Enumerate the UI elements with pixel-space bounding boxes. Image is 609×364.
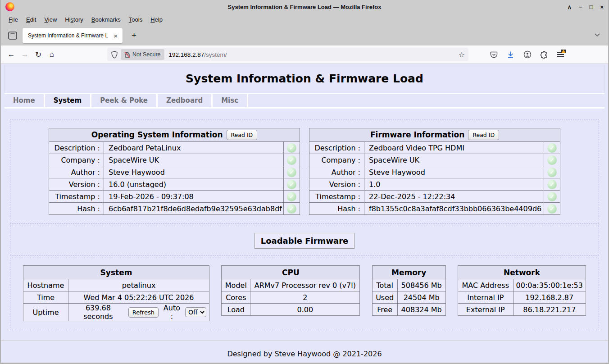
downloads-icon[interactable] <box>507 51 514 59</box>
refresh-button[interactable]: Refresh <box>128 307 159 318</box>
table-row: Used24504 Mb <box>372 291 445 304</box>
network-table-title: Network <box>458 266 586 279</box>
back-icon[interactable]: ← <box>5 50 18 59</box>
rollup-button[interactable]: ∧ <box>567 4 572 10</box>
check-icon <box>287 180 296 189</box>
minimize-button[interactable]: − <box>579 4 582 10</box>
browser-tab[interactable]: System Information & Firmware L × <box>23 28 123 43</box>
table-row: Author :Steve Haywood <box>309 166 560 178</box>
nav-tab-misc[interactable]: Misc <box>213 94 248 107</box>
network-table: Network MAC Address00:0a:35:00:1e:53 Int… <box>458 265 586 316</box>
table-row: External IP86.18.221.217 <box>458 304 586 316</box>
os-info-title: Operating System Information <box>91 130 223 139</box>
list-all-tabs-icon[interactable] <box>594 31 601 38</box>
check-icon <box>547 180 557 189</box>
menu-tools[interactable]: Tools <box>125 14 146 25</box>
account-icon[interactable] <box>523 50 532 59</box>
table-row: Free408324 Mb <box>372 304 445 316</box>
firmware-info-table: Firmware InformationRead ID Description … <box>309 128 560 215</box>
browser-window: System Information & Firmware Load — Moz… <box>0 0 609 364</box>
maximize-button[interactable]: □ <box>590 4 593 10</box>
menu-edit[interactable]: Edit <box>22 14 40 25</box>
menu-bookmarks[interactable]: Bookmarks <box>87 14 125 25</box>
home-icon[interactable]: ⌂ <box>45 50 59 59</box>
system-table-title: System <box>23 266 209 279</box>
app-menu-icon[interactable] <box>557 52 564 57</box>
nav-tab-zedboard[interactable]: Zedboard <box>158 94 213 107</box>
check-icon <box>287 143 296 153</box>
url-path: /system/ <box>204 51 227 58</box>
table-row: Version :16.0 (unstaged) <box>49 178 300 191</box>
nav-toolbar: ← → ↻ ⌂ Not Secure 192.168.2.87/system/ … <box>1 46 608 64</box>
table-row: Description :Zedboard Video TPG HDMI <box>309 142 560 154</box>
nav-tab-peek-poke[interactable]: Peek & Poke <box>91 94 158 107</box>
not-secure-badge[interactable]: Not Secure <box>121 49 164 60</box>
table-row: Timestamp :22-Dec-2025 - 12:22:34 <box>309 191 560 203</box>
page-title: System Information & Firmware Load <box>5 72 604 85</box>
url-bar[interactable]: Not Secure 192.168.2.87/system/ ☆ <box>107 48 468 61</box>
footer-divider <box>1 340 608 341</box>
check-icon <box>547 204 557 214</box>
check-icon <box>287 155 296 165</box>
forward-icon[interactable]: → <box>18 50 32 59</box>
loadable-firmware-button[interactable]: Loadable Firmware <box>255 233 355 249</box>
new-tab-button[interactable]: + <box>129 31 139 41</box>
site-nav: Home System Peek & Poke Zedboard Misc <box>5 93 604 109</box>
check-icon <box>547 143 557 153</box>
alert-badge <box>561 50 566 53</box>
table-row: Author :Steve Haywood <box>49 166 300 178</box>
page-content: System Information & Firmware Load Home … <box>1 64 608 363</box>
nav-tab-home[interactable]: Home <box>5 94 45 107</box>
url-text: 192.168.2.87/system/ <box>169 51 227 58</box>
table-row: Hash :6cb6af817b21f8de6d8edafb9e32595e63… <box>49 203 300 215</box>
table-row: Cores2 <box>222 291 360 304</box>
reload-icon[interactable]: ↻ <box>32 50 45 59</box>
tabbar: System Information & Firmware L × + <box>1 26 608 46</box>
menu-help[interactable]: Help <box>146 14 167 25</box>
check-icon <box>287 192 296 201</box>
table-row: Company :SpaceWire UK <box>309 154 560 166</box>
table-row: Timestamp :19-Feb-2026 - 09:37:08 <box>49 191 300 203</box>
extensions-icon[interactable] <box>541 51 548 59</box>
memory-table-title: Memory <box>372 266 445 279</box>
auto-refresh-select[interactable]: Off <box>185 307 206 317</box>
menu-history[interactable]: History <box>61 14 87 25</box>
menu-file[interactable]: File <box>5 14 22 25</box>
bookmark-star-icon[interactable]: ☆ <box>459 50 465 59</box>
table-row: ModelARMv7 Processor rev 0 (v7l) <box>222 279 360 291</box>
firmware-read-id-button[interactable]: Read ID <box>468 130 499 140</box>
memory-table: Memory Total508456 Mb Used24504 Mb Free4… <box>372 265 446 316</box>
stats-section: System Hostnamepetalinux TimeWed Mar 4 0… <box>10 258 599 330</box>
uptime-value: 639.68 seconds <box>71 304 125 321</box>
os-read-id-button[interactable]: Read ID <box>227 130 258 140</box>
table-row: Hash :f8b1355c0c8a3afaf8cdf33bbb066363be… <box>309 203 560 215</box>
info-section: Operating System InformationRead ID Desc… <box>10 119 599 223</box>
menu-view[interactable]: View <box>40 14 61 25</box>
system-table: System Hostnamepetalinux TimeWed Mar 4 0… <box>23 265 209 321</box>
table-row: Company :SpaceWire UK <box>49 154 300 166</box>
table-row: Version :1.0 <box>309 178 560 191</box>
nav-tab-system[interactable]: System <box>45 94 91 107</box>
pocket-icon[interactable] <box>490 51 498 59</box>
footer-credit: Designed by Steve Haywood @ 2021-2026 <box>1 350 608 358</box>
close-button[interactable]: × <box>600 4 604 10</box>
firefox-view-icon[interactable] <box>6 30 19 41</box>
cpu-table-title: CPU <box>222 266 360 279</box>
window-title: System Information & Firmware Load — Moz… <box>1 4 608 10</box>
table-row: Description :Zedboard PetaLinux <box>49 142 300 154</box>
url-host: 192.168.2.87 <box>169 51 205 58</box>
insecure-lock-icon <box>124 51 130 58</box>
loadable-firmware-section: Loadable Firmware <box>10 226 599 255</box>
check-icon <box>287 168 296 177</box>
table-row: Load0.00 <box>222 304 360 316</box>
not-secure-label: Not Secure <box>132 51 161 58</box>
shield-icon[interactable] <box>111 51 118 59</box>
table-row: MAC Address00:0a:35:00:1e:53 <box>458 279 586 291</box>
auto-label: Auto : <box>162 304 182 321</box>
tab-title: System Information & Firmware L <box>28 32 110 39</box>
check-icon <box>547 155 557 165</box>
tab-close-icon[interactable]: × <box>112 32 119 40</box>
table-row: TimeWed Mar 4 05:22:26 UTC 2026 <box>23 291 209 304</box>
firmware-info-title: Firmware Information <box>370 130 464 139</box>
check-icon <box>547 192 557 201</box>
